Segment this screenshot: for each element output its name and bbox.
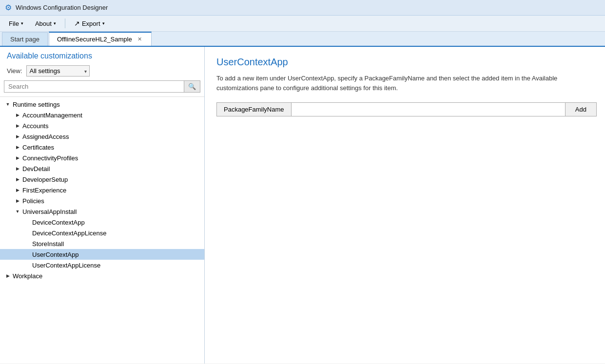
tree-item-connectivity[interactable]: ▶ConnectivityProfiles (0, 153, 204, 163)
search-input[interactable] (4, 80, 184, 93)
tree-label-accounts: Accounts (21, 122, 48, 130)
app-icon: ⚙ (5, 3, 12, 12)
left-panel: Available customizations View: All setti… (0, 47, 205, 364)
menu-separator (65, 19, 65, 28)
tree-label-connectivity: ConnectivityProfiles (21, 154, 78, 162)
tree-item-devdetail[interactable]: ▶DevDetail (0, 163, 204, 174)
tree-label-account-mgmt: AccountManagement (21, 112, 82, 119)
tree-label-policies: Policies (21, 197, 44, 205)
tree-item-user-context-app[interactable]: UserContextApp (0, 249, 204, 260)
search-button[interactable]: 🔍 (184, 80, 200, 93)
tree-toggle-policies[interactable]: ▶ (14, 197, 21, 205)
tree-toggle-developer-setup[interactable]: ▶ (14, 175, 21, 183)
tree-item-runtime[interactable]: ▼Runtime settings (0, 99, 204, 110)
tree-toggle-user-context-app (23, 250, 31, 258)
tree-item-universal-app[interactable]: ▼UniversalAppInstall (0, 206, 204, 217)
tree-label-user-context-license: UserContextAppLicense (31, 262, 100, 269)
tree-label-user-context-app: UserContextApp (31, 251, 78, 258)
tree-label-assigned-access: AssignedAccess (21, 133, 69, 140)
tree-label-universal-app: UniversalAppInstall (21, 208, 77, 215)
tree-toggle-device-context-app (23, 218, 31, 226)
tab-start-page-label: Start page (10, 36, 39, 43)
menu-file-arrow: ▾ (21, 21, 23, 26)
menu-about-arrow: ▾ (54, 21, 56, 26)
right-panel: UserContextApp To add a new item under U… (205, 47, 605, 364)
menu-about[interactable]: About ▾ (30, 18, 61, 29)
tree-toggle-certificates[interactable]: ▶ (14, 143, 21, 151)
package-input-row: PackageFamilyName Add (216, 102, 597, 116)
tree-item-workplace[interactable]: ▶Workplace (0, 270, 204, 281)
tree-item-device-context-license[interactable]: DeviceContextAppLicense (0, 228, 204, 238)
menu-export[interactable]: ↗ Export ▾ (69, 18, 110, 29)
tab-offline-secure-label: OfflineSecureHL2_Sample (57, 36, 132, 43)
add-button[interactable]: Add (565, 103, 596, 116)
tree-item-developer-setup[interactable]: ▶DeveloperSetup (0, 174, 204, 185)
panel-title: Available customizations (0, 47, 204, 63)
tree-label-developer-setup: DeveloperSetup (21, 176, 68, 183)
menu-file-label: File (9, 20, 19, 27)
tree-label-device-context-app: DeviceContextApp (31, 219, 85, 226)
right-title: UserContextApp (216, 57, 593, 68)
tree-item-certificates[interactable]: ▶Certificates (0, 142, 204, 153)
tree-toggle-runtime[interactable]: ▼ (4, 100, 12, 108)
menu-about-label: About (35, 20, 52, 27)
tab-bar: Start page OfflineSecureHL2_Sample ✕ (0, 32, 605, 47)
menu-bar: File ▾ About ▾ ↗ Export ▾ (0, 16, 605, 32)
main-container: Available customizations View: All setti… (0, 47, 605, 364)
tree-toggle-universal-app[interactable]: ▼ (14, 208, 21, 215)
package-name-input[interactable] (292, 103, 565, 116)
title-bar: ⚙ Windows Configuration Designer (0, 0, 605, 16)
tree-toggle-store-install (23, 240, 31, 248)
view-row: View: All settings Selected settings Ena… (0, 63, 204, 80)
tree-item-first-experience[interactable]: ▶FirstExperience (0, 185, 204, 195)
menu-file[interactable]: File ▾ (4, 18, 28, 29)
tree-toggle-assigned-access[interactable]: ▶ (14, 133, 21, 140)
menu-export-label: Export (82, 20, 100, 27)
tree-item-policies[interactable]: ▶Policies (0, 195, 204, 206)
tree-item-store-install[interactable]: StoreInstall (0, 238, 204, 249)
tree-label-workplace: Workplace (12, 272, 42, 280)
tree-item-device-context-app[interactable]: DeviceContextApp (0, 217, 204, 228)
tree-label-certificates: Certificates (21, 144, 54, 151)
view-select-wrapper[interactable]: All settings Selected settings Enabled s… (26, 65, 90, 77)
tab-offline-secure[interactable]: OfflineSecureHL2_Sample ✕ (49, 32, 152, 46)
menu-export-arrow: ▾ (102, 21, 105, 26)
tree-item-user-context-license[interactable]: UserContextAppLicense (0, 260, 204, 270)
tree-item-account-mgmt[interactable]: ▶AccountManagement (0, 110, 204, 120)
tree-label-first-experience: FirstExperience (21, 187, 66, 194)
tree-label-store-install: StoreInstall (31, 240, 64, 248)
tree-item-accounts[interactable]: ▶Accounts (0, 120, 204, 131)
tree-toggle-device-context-license (23, 229, 31, 237)
tree-toggle-workplace[interactable]: ▶ (4, 272, 12, 280)
tree-toggle-first-experience[interactable]: ▶ (14, 186, 21, 194)
tab-start-page[interactable]: Start page (2, 32, 48, 46)
tree-toggle-user-context-license (23, 261, 31, 269)
right-desc: To add a new item under UserContextApp, … (216, 74, 593, 93)
tree-container: ▼Runtime settings▶AccountManagement▶Acco… (0, 97, 204, 364)
export-icon: ↗ (74, 19, 80, 27)
tree-item-assigned-access[interactable]: ▶AssignedAccess (0, 131, 204, 142)
input-label: PackageFamilyName (217, 103, 292, 116)
tree-label-devdetail: DevDetail (21, 165, 50, 172)
view-label: View: (7, 67, 22, 75)
view-select[interactable]: All settings Selected settings Enabled s… (26, 65, 90, 77)
tree-toggle-accounts[interactable]: ▶ (14, 122, 21, 130)
tree-toggle-devdetail[interactable]: ▶ (14, 165, 21, 172)
search-row: 🔍 (0, 80, 204, 97)
tree-label-runtime: Runtime settings (12, 101, 60, 108)
app-title: Windows Configuration Designer (16, 4, 108, 11)
tree-toggle-account-mgmt[interactable]: ▶ (14, 111, 21, 119)
tree-toggle-connectivity[interactable]: ▶ (14, 154, 21, 162)
tab-close-button[interactable]: ✕ (136, 36, 143, 43)
tree-label-device-context-license: DeviceContextAppLicense (31, 230, 106, 237)
search-icon: 🔍 (188, 83, 196, 90)
